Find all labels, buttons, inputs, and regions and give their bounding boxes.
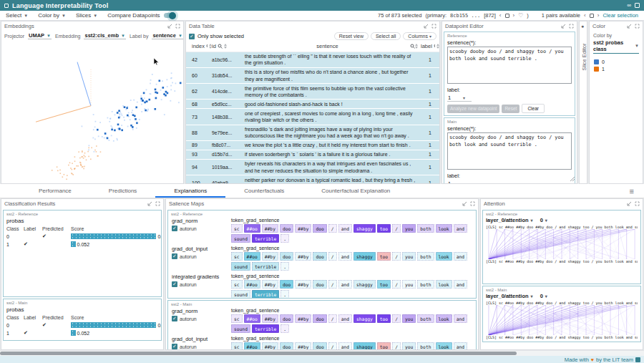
collapse-icon[interactable] [627, 201, 632, 206]
layer-select[interactable]: layer_0/attention▾ [486, 217, 533, 223]
label-select[interactable]: 1▾ [447, 94, 466, 101]
tab-predictions[interactable]: Predictions [90, 184, 156, 198]
next-datapoint-icon[interactable]: › [513, 12, 515, 19]
compare-datapoints-toggle[interactable]: Compare Datapoints [107, 12, 174, 19]
maximize-icon[interactable] [175, 24, 180, 29]
table-row[interactable]: 6031db54...this is a story of two misfit… [186, 68, 439, 84]
columns-button[interactable]: Columns▾ [403, 32, 436, 40]
table-row[interactable]: 941019aa...byler reveals his characters … [186, 160, 439, 175]
projector-label: Projector [4, 34, 24, 39]
collapse-icon[interactable] [424, 24, 429, 29]
probas-row: 0✔0.948 [6, 233, 158, 239]
search-icon[interactable] [206, 44, 208, 49]
prev-pair-icon[interactable]: ‹ [584, 12, 586, 19]
pair-select-icon[interactable] [590, 14, 594, 18]
collapse-icon[interactable] [627, 24, 632, 29]
reset-button[interactable]: Reset [502, 105, 519, 113]
salience-token: doo [280, 224, 293, 233]
color-by-select[interactable]: sst2 probas class▼ [593, 39, 639, 54]
prev-datapoint-icon[interactable]: ‹ [499, 12, 502, 19]
table-row[interactable]: 68e5d9cc...good old-fashioned slash-and-… [186, 100, 439, 109]
embedding-select[interactable]: sst2:cls_emb▼ [84, 32, 125, 39]
tab-performance[interactable]: Performance [20, 184, 90, 198]
select-menu-label: Select [6, 12, 21, 19]
maximize-icon[interactable] [635, 24, 640, 29]
tab-counterfactual-explanation[interactable]: Counterfactual Explanation [303, 184, 409, 198]
salience-token: you [402, 314, 416, 323]
column-header-label[interactable]: label [421, 43, 439, 49]
autorun-checkbox[interactable]: ✓ [172, 281, 177, 287]
table-row[interactable]: 89fb8c07...we know the plot 's a little … [186, 141, 439, 150]
toggle-on-icon[interactable] [164, 13, 175, 18]
column-header-sentence[interactable]: sentence [245, 43, 421, 50]
salience-token: ##oo [244, 342, 260, 350]
scrollbar-thumb[interactable] [0, 352, 517, 355]
next-pair-icon[interactable]: › [597, 12, 600, 19]
sentence-textarea[interactable] [447, 132, 572, 170]
autorun-checkbox[interactable]: ✓ [172, 253, 177, 259]
table-row[interactable]: 73148b38...one of creepiest , scarest mo… [186, 109, 439, 125]
favorite-icon[interactable]: ♡ [518, 12, 523, 19]
window-icon[interactable] [635, 3, 640, 8]
table-row[interactable]: 889e79ee...fresnadillo 's dark and jolti… [186, 125, 439, 141]
only-show-selected-checkbox[interactable]: ✓ [189, 34, 195, 39]
salience-field-label: token_grad_sentence [231, 246, 473, 251]
layer-select[interactable]: layer_0/attention▾ [486, 293, 533, 299]
maximize-icon[interactable] [635, 201, 640, 206]
table-row[interactable]: 62414cde...the primitive force of this f… [186, 84, 439, 100]
collapse-icon[interactable] [167, 24, 172, 29]
random-datapoint-icon[interactable] [505, 14, 509, 18]
datapoint-editor-title: Datapoint Editor [445, 23, 484, 29]
table-row[interactable]: 42a1bc96...the subtle strength of `` ell… [186, 52, 439, 68]
sort-icon[interactable] [436, 44, 439, 49]
color-by-menu[interactable]: Color by▼ [38, 12, 66, 19]
label-by-select[interactable]: sentence▼ [152, 32, 182, 39]
menu-icon[interactable]: ≡ [630, 188, 634, 195]
head-select[interactable]: 0▾ [540, 293, 547, 299]
embedding-scatter-plot[interactable] [1, 40, 183, 183]
tab-explanations[interactable]: Explanations [155, 184, 225, 198]
link-icon[interactable]: ∞ [627, 3, 631, 9]
maximize-icon[interactable] [431, 24, 436, 29]
collapse-icon[interactable] [561, 24, 566, 29]
search-icon[interactable] [410, 44, 415, 49]
salience-method-row: grad_norm✓autoruntoken_grad_sentencesc##… [171, 218, 473, 243]
tab-counterfactuals[interactable]: Counterfactuals [225, 184, 303, 198]
clear-button[interactable]: Clear [522, 104, 545, 113]
column-header-index[interactable]: index [186, 43, 212, 49]
projector-select[interactable]: UMAP▼ [28, 32, 52, 39]
maximize-icon[interactable] [569, 24, 574, 29]
classification-section: sst2 - ReferenceprobasClassLabelPredicte… [3, 210, 162, 297]
search-icon[interactable] [218, 44, 223, 49]
salience-token: shaggy [353, 314, 376, 323]
attention-lines [486, 305, 638, 335]
head-select[interactable]: 0▾ [540, 217, 547, 223]
select-all-button[interactable]: Select all [371, 32, 401, 40]
clear-selection-link[interactable]: Clear selection [602, 12, 638, 19]
sort-icon[interactable] [415, 44, 418, 49]
collapse-icon[interactable] [147, 201, 152, 206]
analyze-new-datapoint-button[interactable]: Analyze new datapoint [447, 105, 499, 113]
autorun-checkbox[interactable]: ✓ [172, 344, 177, 349]
salience-token: ##by [262, 280, 278, 289]
autorun-checkbox[interactable]: ✓ [172, 226, 177, 231]
slice-editor-strip[interactable]: ● Slice Editor [579, 21, 587, 184]
sentence-textarea[interactable] [447, 47, 572, 84]
table-row[interactable]: 93d15b7d...if steven soderbergh 's ` sol… [186, 150, 439, 160]
column-header-id[interactable]: id [212, 43, 245, 49]
search-icon[interactable] [434, 44, 435, 49]
slices-menu[interactable]: Slices▼ [76, 12, 97, 19]
chevron-down-icon: ▾ [531, 218, 533, 223]
horizontal-scrollbar[interactable] [0, 350, 644, 356]
table-row[interactable]: 10040aba9...neither parker nor donovan i… [186, 175, 439, 183]
salience-token: and [338, 342, 352, 350]
sort-icon[interactable] [224, 44, 227, 49]
autorun-checkbox[interactable]: ✓ [172, 316, 177, 321]
select-menu[interactable]: Select▼ [6, 12, 28, 19]
resize-handle-icon[interactable] [570, 176, 575, 182]
lit-footer-logo-icon[interactable] [635, 357, 640, 362]
collapse-icon[interactable] [462, 201, 467, 206]
reset-view-button[interactable]: Reset view [334, 32, 369, 40]
maximize-icon[interactable] [155, 201, 160, 206]
maximize-icon[interactable] [470, 201, 475, 206]
